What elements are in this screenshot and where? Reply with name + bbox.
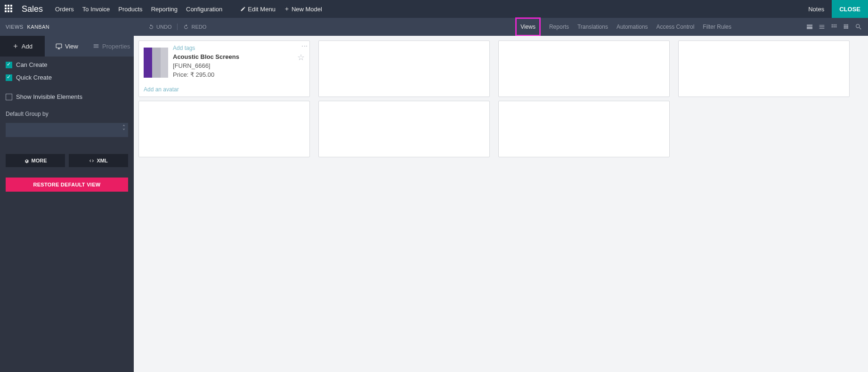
breadcrumb-kanban: KANBAN: [27, 24, 49, 30]
redo-icon: [183, 24, 189, 30]
tab-reports[interactable]: Reports: [549, 24, 569, 30]
undo-label: UNDO: [156, 24, 171, 30]
redo-label: REDO: [191, 24, 206, 30]
nav-orders[interactable]: Orders: [55, 6, 74, 13]
new-model-label: New Model: [292, 6, 322, 13]
tab-translations[interactable]: Translations: [577, 24, 608, 30]
plus-icon: [12, 43, 19, 49]
close-button[interactable]: CLOSE: [832, 0, 868, 18]
card-title: Acoustic Bloc Screens: [173, 53, 305, 60]
checkbox-checked-icon: [6, 74, 12, 81]
nav-to-invoice[interactable]: To Invoice: [82, 6, 110, 13]
default-group-by-select[interactable]: [6, 123, 128, 137]
undo-icon: [148, 24, 154, 30]
add-avatar-link[interactable]: Add an avatar: [144, 86, 179, 93]
grid-view-icon[interactable]: [843, 23, 850, 31]
sidebar-tab-properties-label: Properties: [102, 43, 130, 50]
studio-toolbar: VIEWS KANBAN UNDO REDO Views Reports Tra…: [0, 18, 868, 36]
sidebar-tab-view-label: View: [65, 43, 78, 50]
plus-icon: [284, 6, 290, 12]
kanban-canvas: Add tags Acoustic Bloc Screens [FURN_666…: [134, 36, 868, 372]
card-sku: [FURN_6666]: [173, 62, 305, 69]
empty-card-slot[interactable]: [678, 40, 850, 97]
notes-button[interactable]: Notes: [801, 6, 832, 13]
kanban-card[interactable]: Add tags Acoustic Bloc Screens [FURN_666…: [138, 40, 310, 97]
tab-filter-rules[interactable]: Filter Rules: [703, 24, 731, 30]
empty-card-slot[interactable]: [498, 40, 670, 97]
checkbox-checked-icon: [6, 62, 12, 68]
edit-menu-button[interactable]: Edit Menu: [240, 6, 276, 13]
star-icon[interactable]: ☆: [297, 52, 305, 63]
pencil-icon: [240, 6, 246, 12]
empty-card-slot[interactable]: [498, 101, 670, 157]
list-view-icon[interactable]: [818, 23, 826, 31]
empty-card-slot[interactable]: [138, 101, 310, 157]
sidebar-tab-properties[interactable]: Properties: [89, 36, 134, 57]
sidebar-tab-add-label: Add: [22, 43, 32, 50]
code-icon: [89, 158, 94, 163]
search-icon[interactable]: [855, 23, 862, 31]
sidebar: Add View Properties Can Create Quick Cre…: [0, 36, 134, 372]
card-price: Price: ₹ 295.00: [173, 71, 305, 78]
monitor-icon: [56, 43, 62, 49]
tab-access-control[interactable]: Access Control: [657, 24, 695, 30]
breadcrumb-views[interactable]: VIEWS: [6, 24, 23, 30]
app-title: Sales: [22, 4, 43, 14]
add-tags-link[interactable]: Add tags: [173, 45, 305, 51]
tab-automations[interactable]: Automations: [617, 24, 648, 30]
more-label: MORE: [32, 158, 47, 163]
xml-button[interactable]: XML: [69, 154, 128, 167]
empty-card-slot[interactable]: [318, 101, 490, 157]
empty-card-slot[interactable]: [318, 40, 490, 97]
undo-button[interactable]: UNDO: [148, 24, 171, 30]
sidebar-tab-add[interactable]: Add: [0, 36, 45, 57]
sidebar-tab-view[interactable]: View: [45, 36, 89, 57]
can-create-checkbox[interactable]: Can Create: [6, 61, 128, 68]
show-invisible-checkbox[interactable]: Show Invisible Elements: [6, 93, 128, 100]
kebab-menu-icon[interactable]: ⋮: [303, 43, 306, 49]
new-model-button[interactable]: New Model: [284, 6, 322, 13]
nav-products[interactable]: Products: [118, 6, 142, 13]
quick-create-checkbox[interactable]: Quick Create: [6, 74, 128, 81]
more-button[interactable]: MORE: [6, 154, 65, 167]
restore-default-view-button[interactable]: RESTORE DEFAULT VIEW: [6, 178, 128, 192]
price-label: Price:: [173, 71, 188, 78]
checkbox-unchecked-icon: [6, 94, 12, 100]
gear-icon: [24, 158, 29, 163]
can-create-label: Can Create: [16, 61, 47, 68]
nav-configuration[interactable]: Configuration: [186, 6, 222, 13]
form-view-icon[interactable]: [806, 23, 813, 31]
default-group-by-label: Default Group by: [6, 111, 128, 117]
quick-create-label: Quick Create: [16, 74, 52, 81]
divider: [177, 24, 178, 30]
apps-icon[interactable]: [5, 5, 13, 13]
price-value: ₹ 295.00: [190, 71, 214, 78]
tab-views[interactable]: Views: [515, 17, 541, 36]
product-thumbnail: [144, 48, 168, 78]
xml-label: XML: [97, 158, 107, 163]
nav-reporting[interactable]: Reporting: [151, 6, 178, 13]
show-invisible-label: Show Invisible Elements: [16, 93, 82, 100]
properties-icon: [93, 43, 99, 49]
kanban-view-icon[interactable]: [830, 23, 838, 31]
redo-button[interactable]: REDO: [183, 24, 206, 30]
edit-menu-label: Edit Menu: [248, 6, 276, 13]
top-navbar: Sales Orders To Invoice Products Reporti…: [0, 0, 868, 18]
breadcrumb: VIEWS KANBAN: [0, 24, 49, 30]
